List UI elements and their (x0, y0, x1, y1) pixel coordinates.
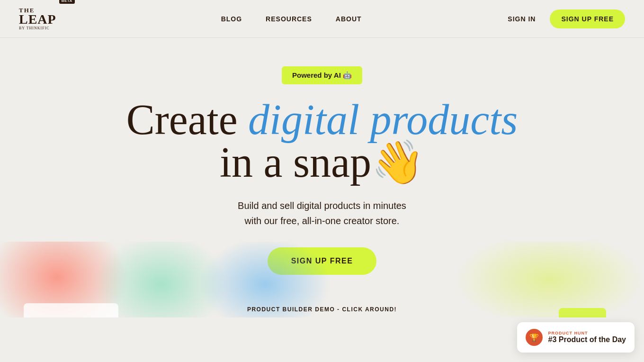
nav-links: BLOG RESOURCES ABOUT (221, 15, 362, 23)
sign-in-link[interactable]: SIGN IN (508, 15, 536, 23)
product-hunt-text: PRODUCT HUNT #3 Product of the Day (548, 331, 626, 344)
powered-badge: Powered by AI 🤖 (282, 66, 362, 84)
hero-subtitle: Build and sell digital products in minut… (238, 198, 406, 228)
product-hunt-icon: 🏆 (526, 329, 543, 346)
hero-title-emoji: 👋 (371, 139, 424, 186)
beta-badge: BETA (59, 0, 75, 4)
hero-title: Create digital products in a snap👋 (126, 99, 518, 184)
nav-signup-button[interactable]: SIGN UP FREE (550, 9, 625, 28)
nav-about[interactable]: ABOUT (336, 15, 362, 23)
logo[interactable]: THE LEAP BETA BY THINKIFIC (19, 7, 75, 30)
hero-title-highlight: digital products (248, 96, 518, 143)
demo-text: PRODUCT BUILDER DEMO - CLICK AROUND! (247, 306, 397, 313)
nav-blog[interactable]: BLOG (221, 15, 242, 23)
hero-title-part1: Create (126, 96, 248, 143)
nav-resources[interactable]: RESOURCES (266, 15, 312, 23)
navbar: THE LEAP BETA BY THINKIFIC BLOG RESOURCE… (0, 0, 644, 38)
ph-title: #3 Product of the Day (548, 335, 626, 344)
hero-subtitle-line1: Build and sell digital products in minut… (238, 200, 406, 211)
hero-cta-button[interactable]: SIGN UP FREE (268, 247, 377, 275)
ph-label: PRODUCT HUNT (548, 331, 626, 335)
hero-section: Powered by AI 🤖 Create digital products … (0, 38, 644, 317)
logo-sub: BY THINKIFIC (19, 26, 75, 30)
logo-leap: LEAP (19, 13, 56, 25)
hero-subtitle-line2: with our free, all-in-one creator store. (245, 216, 400, 226)
bottom-bar: PRODUCT BUILDER DEMO - CLICK AROUND! (0, 301, 644, 317)
nav-right: SIGN IN SIGN UP FREE (508, 9, 625, 28)
product-hunt-badge[interactable]: 🏆 PRODUCT HUNT #3 Product of the Day (517, 322, 635, 353)
hero-title-part2: in a snap (220, 139, 371, 186)
